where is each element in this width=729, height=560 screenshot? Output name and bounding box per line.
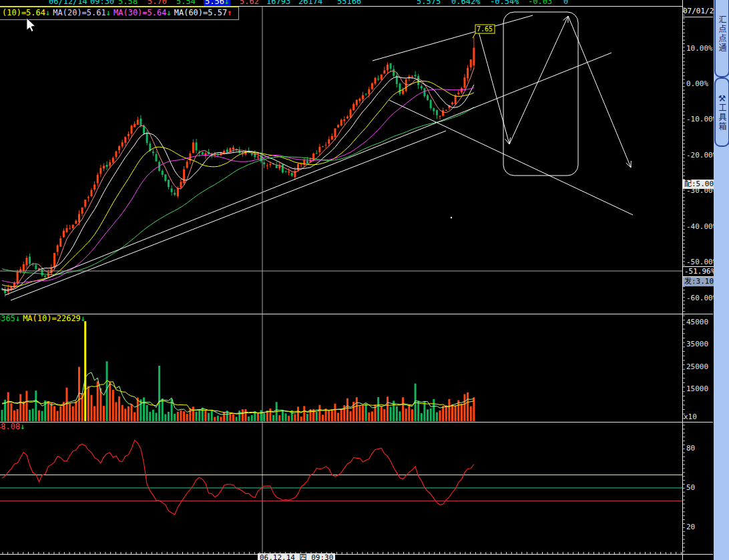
topbar-value: 0.642% — [451, 0, 480, 6]
candlestick-chart — [1, 37, 475, 297]
legend-item: MA(20)=5.61↓ — [53, 8, 111, 17]
topbar-value: 5.70 — [148, 0, 167, 6]
legend-item: 8365↓ — [0, 314, 20, 323]
toolbox-button-label: 工具箱 — [716, 103, 728, 131]
topbar-value: 5.575 — [417, 0, 441, 6]
topbar-value: 26174 — [298, 0, 322, 6]
svg-text:7.65: 7.65 — [477, 25, 493, 33]
topbar-value: 16793 — [266, 0, 290, 6]
axis-date-reference: 07/01/29 — [683, 7, 713, 17]
topbar-value: 5.58 — [118, 0, 138, 6]
topbar-value: 5.62 — [240, 0, 259, 6]
volume-legend: 8365↓MA(10)=22629↓ — [0, 314, 88, 323]
rights-issue-price-badge: 配:5.00 — [683, 180, 715, 189]
topbar-value: -0.54% — [490, 0, 519, 6]
quote-topbar: 06/12/1409:305.585.705.545.56↓5.62167932… — [0, 0, 682, 6]
huidian-diandiantong-button[interactable]: 汇点点通 — [714, 0, 729, 77]
ipo-price-badge: 发:3.10 — [683, 277, 715, 286]
topbar-value: -0.03 — [528, 0, 552, 6]
huidian-button-label: 汇点点通 — [716, 15, 728, 53]
legend-item: MA(60)=5.57↑ — [174, 8, 232, 17]
volume-chart — [1, 321, 475, 421]
topbar-value: 5.54 — [176, 0, 196, 6]
right-toolbar: 汇点点通 ⚒ 工具箱 — [714, 0, 729, 560]
rsi-chart — [0, 440, 682, 515]
chart-canvas[interactable]: 7.65 — [0, 0, 714, 560]
crosshair-percent-readout: -51.96% — [682, 266, 717, 277]
tools-hammer-icon: ⚒ — [718, 93, 726, 103]
topbar-value: 55166 — [337, 0, 361, 6]
crosshair-date-readout: 06.12.14 四 09:30 — [258, 553, 335, 560]
toolbox-button[interactable]: ⚒ 工具箱 — [714, 77, 729, 147]
legend-item: MA(30)=5.64↓ — [113, 8, 172, 17]
topbar-value: 09:30 — [90, 0, 114, 6]
trading-app-window: { "topbar": { "items": [ {"text":"06/12/… — [0, 0, 729, 560]
topbar-value: 5.56↓ — [204, 0, 230, 6]
topbar-value: 06/12/14 — [49, 0, 87, 6]
topbar-value: 0 — [563, 0, 568, 6]
legend-item: MA(10)=22629↓ — [23, 314, 85, 323]
mouse-cursor — [0, 0, 40, 40]
rsi-legend: 48.08↓ — [0, 423, 27, 431]
drawing-annotations: 7.65 — [0, 7, 682, 554]
legend-item: 48.08↓ — [0, 422, 25, 431]
